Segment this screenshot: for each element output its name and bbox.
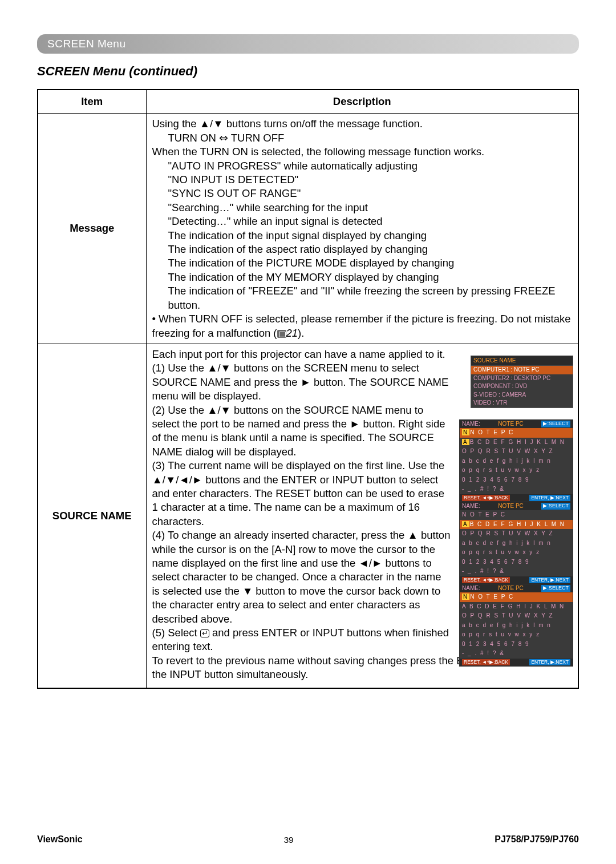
page-title: SCREEN Menu (continued) xyxy=(37,64,579,79)
page-footer: ViewSonic 39 PJ758/PJ759/PJ760 xyxy=(37,834,579,845)
manual-ref-icon xyxy=(277,330,286,338)
msg-when-on: When the TURN ON is selected, the follow… xyxy=(152,145,573,159)
enter-icon xyxy=(200,629,209,637)
msg-off-a: • When TURN OFF is selected, please reme… xyxy=(152,313,571,338)
osd-source-list: SOURCE NAME COMPUTER1 : NOTE PC COMPUTER… xyxy=(471,356,573,408)
item-source-name: SOURCE NAME xyxy=(38,344,146,688)
osd-enter: ENTER, ▶:NEXT xyxy=(529,495,570,501)
menu-description-table: Item Description Message Using the ▲/▼ b… xyxy=(37,89,579,689)
msg-item-8: The indication of the MY MEMORY displaye… xyxy=(168,270,573,284)
up-icon: ▲ xyxy=(408,529,418,541)
src-s4a: (4) To change an already inserted charac… xyxy=(152,529,408,541)
osd-row-upper: B C D E F G H I J K L M N xyxy=(470,439,565,445)
osd-name-dialog-1: NAME:NOTE PC▶:SELECT NN O T E P C AB C D… xyxy=(459,419,573,502)
footer-model: PJ758/PJ759/PJ760 xyxy=(495,834,579,845)
msg-item-9: The indication of "FREEZE" and "II" whil… xyxy=(168,284,573,312)
osd-src-row1: COMPUTER2 : DESKTOP PC xyxy=(471,374,573,383)
msg-item-4: "Detecting…" while an input signal is de… xyxy=(168,215,573,228)
item-message: Message xyxy=(38,114,146,344)
osd-src-title: SOURCE NAME xyxy=(471,356,573,366)
osd-row-l2: o p q r s t u v w x y z xyxy=(460,466,573,475)
msg-line1b: buttons turns on/off the message functio… xyxy=(224,118,423,130)
osd-name-value: NOTE PC xyxy=(498,421,523,428)
desc-source-name: Each input port for this projector can h… xyxy=(146,344,578,688)
right-icon: ► xyxy=(301,376,311,388)
msg-item-3: "Searching…" while searching for the inp… xyxy=(168,201,573,215)
right-icon: ► xyxy=(350,418,360,430)
osd-row-l1: a b c d e f g h i j k l m n xyxy=(460,457,573,466)
msg-item-0: "AUTO IN PROGRESS" while automatically a… xyxy=(168,159,573,173)
osd-src-row4: VIDEO : VTR xyxy=(471,399,573,407)
updown-icon: ▲/▼ xyxy=(200,118,224,130)
src-s3a: (3) The current name will be displayed o… xyxy=(152,459,445,471)
osd-row-num: 0 1 2 3 4 5 6 7 8 9 xyxy=(460,475,573,485)
col-header-item: Item xyxy=(38,90,146,114)
osd-name-label: NAME: xyxy=(462,421,480,428)
desc-message: Using the ▲/▼ buttons turns on/off the m… xyxy=(146,114,578,344)
src-s2a: (2) Use the xyxy=(152,404,208,416)
down-icon: ▼ xyxy=(242,585,253,597)
leftright-icon: ◄/► xyxy=(359,557,383,569)
osd-row-o: O P Q R S T U V W X Y Z xyxy=(460,447,573,457)
updown-icon: ▲/▼ xyxy=(207,362,231,374)
osd-cursor-n: N xyxy=(462,429,469,435)
all-arrows-icon: ▲/▼/◄/► xyxy=(152,474,203,486)
osd-select-tag: ▶:SELECT xyxy=(541,421,570,428)
msg-line1a: Using the xyxy=(152,118,200,130)
src-s5a: (5) Select xyxy=(152,627,200,639)
footer-brand: ViewSonic xyxy=(37,834,83,845)
osd-entered1: N O T E P C xyxy=(470,429,514,435)
msg-item-7: The indication of the PICTURE MODE displ… xyxy=(168,256,573,270)
col-header-description: Description xyxy=(146,90,578,114)
osd-src-row0: COMPUTER1 : NOTE PC xyxy=(471,366,573,374)
osd-cursor-a: A xyxy=(462,439,469,445)
section-header-bar: SCREEN Menu xyxy=(37,34,579,54)
osd-src-row3: S-VIDEO : CAMERA xyxy=(471,391,573,399)
osd-name-dialog-3: NAME:NOTE PC▶:SELECT NN O T E P C A B C … xyxy=(459,584,573,667)
osd-name-dialog-2: NAME:NOTE PC▶:SELECT N O T E P C AB C D … xyxy=(459,502,573,584)
msg-item-6: The indication of the aspect ratio displ… xyxy=(168,243,573,256)
msg-item-2: "SYNC IS OUT OF RANGE" xyxy=(168,187,573,200)
msg-item-1: "NO INPUT IS DETECTED" xyxy=(168,173,573,187)
osd-reset: RESET, ◄+▶:BACK xyxy=(462,495,510,501)
msg-off-b: ). xyxy=(298,327,304,339)
msg-toggle: TURN ON ⇔ TURN OFF xyxy=(168,131,573,145)
osd-src-row2: COMPONENT : DVD xyxy=(471,382,573,391)
footer-page-number: 39 xyxy=(284,835,294,845)
msg-item-5: The indication of the input signal displ… xyxy=(168,229,573,243)
src-s1a: (1) Use the xyxy=(152,362,208,374)
msg-off-ref: 21 xyxy=(286,327,298,339)
osd-row-sym: - _ . # ! ? & xyxy=(460,485,573,494)
updown-icon: ▲/▼ xyxy=(207,404,231,416)
